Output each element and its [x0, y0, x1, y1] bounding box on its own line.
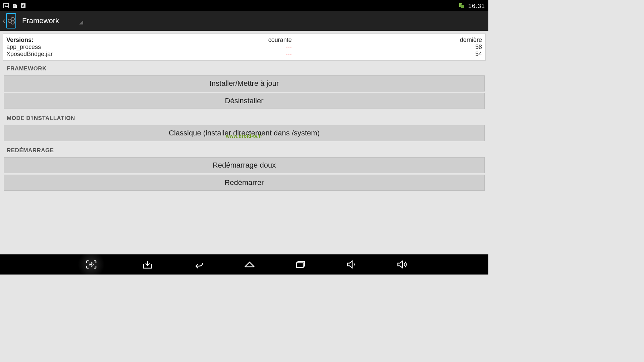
- version-row: XposedBridge.jar --- 54: [6, 51, 482, 58]
- section-header-install-mode: MODE D'INSTALLATION: [3, 110, 486, 124]
- spinner-indicator-icon: [79, 20, 83, 24]
- soft-reboot-button[interactable]: Redémarrage doux: [4, 157, 485, 173]
- svg-text:A: A: [22, 4, 24, 8]
- svg-rect-0: [4, 3, 9, 8]
- version-name: XposedBridge.jar: [6, 51, 54, 58]
- action-bar-spinner[interactable]: Framework: [22, 16, 83, 25]
- svg-rect-6: [461, 5, 464, 8]
- watermark-text: www.droid-tv.fr: [226, 133, 263, 139]
- section-header-framework: FRAMEWORK: [3, 61, 486, 74]
- screenshot-button[interactable]: [78, 251, 105, 275]
- install-update-button[interactable]: Installer/Mettre à jour: [4, 75, 485, 92]
- version-row: app_process --- 58: [6, 44, 482, 51]
- app-icon[interactable]: [6, 13, 16, 28]
- volume-up-button[interactable]: [394, 256, 411, 273]
- version-latest: 58: [292, 44, 482, 51]
- svg-rect-9: [297, 263, 303, 267]
- status-clock: 16:31: [468, 3, 485, 10]
- section-header-reboot: REDÉMARRAGE: [3, 142, 486, 156]
- versions-label: Versions:: [6, 37, 54, 44]
- store-icon: [12, 3, 17, 9]
- home-button[interactable]: [241, 256, 258, 273]
- network-icon: [458, 3, 465, 10]
- page-title: Framework: [22, 16, 59, 25]
- col-current-header: courante: [54, 37, 292, 44]
- col-latest-header: dernière: [292, 37, 482, 44]
- back-button[interactable]: [191, 256, 207, 273]
- svg-marker-1: [4, 5, 8, 7]
- version-name: app_process: [6, 44, 54, 51]
- versions-card: Versions: courante dernière app_process …: [3, 34, 486, 61]
- letter-a-icon: A: [21, 3, 25, 9]
- version-current: ---: [54, 51, 292, 58]
- svg-point-7: [91, 264, 92, 265]
- download-button[interactable]: [140, 256, 156, 273]
- navigation-bar: [0, 254, 488, 275]
- image-icon: [3, 3, 9, 9]
- content-area: Versions: courante dernière app_process …: [0, 31, 488, 254]
- version-latest: 54: [292, 51, 482, 58]
- recent-apps-button[interactable]: [292, 256, 309, 273]
- version-current: ---: [54, 44, 292, 51]
- status-bar: A 16:31: [0, 1, 488, 11]
- uninstall-button[interactable]: Désinstaller: [4, 93, 485, 109]
- volume-down-button[interactable]: [343, 256, 360, 273]
- action-bar: ‹ Framework: [0, 11, 488, 31]
- back-chevron-icon[interactable]: ‹: [3, 16, 5, 25]
- reboot-button[interactable]: Redémarrer: [4, 175, 485, 191]
